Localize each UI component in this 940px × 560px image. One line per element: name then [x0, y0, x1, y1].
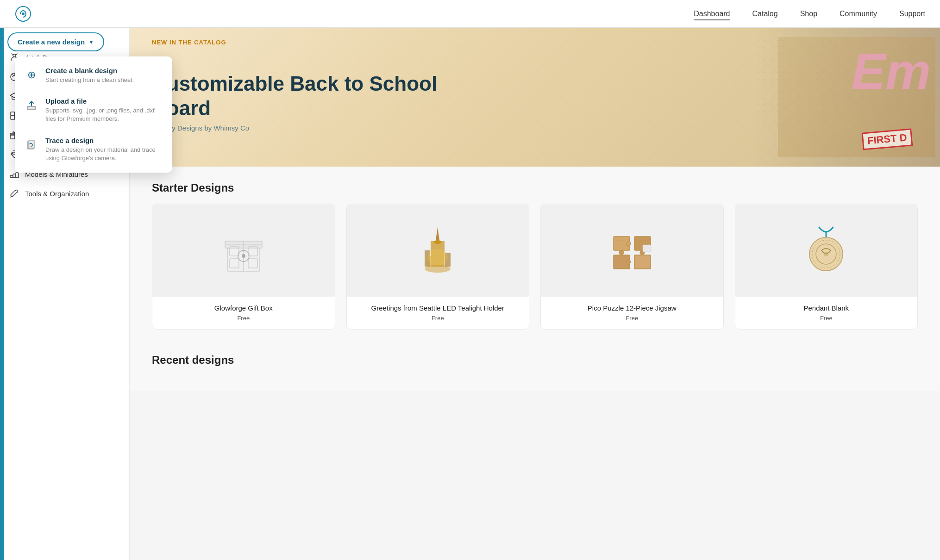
hero-tag: NEW IN THE CATALOG [152, 39, 226, 46]
svg-line-7 [13, 74, 13, 75]
create-button-area: Create a new design ▼ ⊕ Create a blank d… [7, 32, 104, 51]
gift-box-image [152, 204, 335, 297]
seattle-price: Free [354, 315, 522, 322]
hero-letters: Em [852, 42, 931, 100]
upload-icon [24, 98, 39, 113]
dropdown-item-upload[interactable]: Upload a file Supports .svg, .jpg, or .p… [15, 91, 172, 130]
svg-point-36 [434, 240, 441, 244]
nav-support[interactable]: Support [899, 10, 925, 19]
design-cards-list: Glowforge Gift Box Free [152, 204, 918, 330]
trace-design-title: Trace a design [45, 137, 163, 144]
svg-rect-20 [13, 174, 16, 178]
seattle-body: Greetings from Seattle LED Tealight Hold… [347, 297, 529, 329]
logo[interactable] [15, 6, 31, 22]
puzzle-price: Free [548, 315, 716, 322]
svg-point-40 [427, 249, 448, 266]
content-area: NEW IN THE CATALOG Customizable Back to … [130, 28, 940, 560]
nav-catalog[interactable]: Catalog [752, 10, 778, 19]
dropdown-item-trace[interactable]: Trace a design Draw a design on your mat… [15, 130, 172, 169]
svg-point-55 [824, 252, 828, 256]
nav-community[interactable]: Community [840, 10, 877, 19]
svg-point-1 [22, 12, 25, 15]
pendant-name: Pendant Blank [743, 304, 910, 312]
trace-design-desc: Draw a design on your material and trace… [45, 146, 163, 162]
hero-subtitle: Free by Designs by Whimsy Co [152, 124, 476, 132]
nav-dashboard[interactable]: Dashboard [694, 10, 730, 20]
recent-designs-title: Recent designs [152, 354, 918, 367]
create-button-label: Create a new design [18, 38, 85, 46]
hero-title: Customizable Back to School Board [152, 72, 476, 121]
top-navigation: Dashboard Catalog Shop Community Support [0, 0, 940, 28]
svg-rect-49 [643, 245, 651, 252]
tools-icon [9, 188, 19, 199]
create-new-design-button[interactable]: Create a new design ▼ [7, 32, 104, 51]
puzzle-body: Pico Puzzle 12-Piece Jigsaw Free [541, 297, 723, 329]
blank-design-desc: Start creating from a clean sheet. [45, 76, 163, 84]
dropdown-item-blank[interactable]: ⊕ Create a blank design Start creating f… [15, 60, 172, 91]
svg-rect-2 [27, 106, 36, 110]
svg-rect-21 [16, 173, 19, 178]
gift-box-price: Free [160, 315, 327, 322]
design-card-puzzle[interactable]: Pico Puzzle 12-Piece Jigsaw Free [540, 204, 724, 330]
sidebar-item-tools[interactable]: Tools & Organization [0, 184, 129, 203]
trace-icon [24, 137, 39, 152]
nav-shop[interactable]: Shop [800, 10, 817, 19]
starter-designs-section: Starter Designs [130, 167, 940, 344]
puzzle-name: Pico Puzzle 12-Piece Jigsaw [548, 304, 716, 312]
pendant-body: Pendant Blank Free [735, 297, 918, 329]
sidebar-label-tools: Tools & Organization [25, 190, 89, 198]
pendant-price: Free [743, 315, 910, 322]
left-strip [0, 28, 4, 560]
upload-file-title: Upload a file [45, 97, 163, 105]
upload-file-desc: Supports .svg, .jpg, or .png files, and … [45, 106, 163, 123]
circle-plus-icon: ⊕ [24, 68, 39, 82]
svg-point-45 [626, 241, 631, 246]
nav-links: Dashboard Catalog Shop Community Support [694, 10, 925, 18]
hero-image-decor: Em FIRST D [755, 28, 940, 167]
create-dropdown-menu: ⊕ Create a blank design Start creating f… [15, 56, 172, 173]
svg-point-46 [626, 260, 631, 264]
hero-text: NEW IN THE CATALOG Customizable Back to … [152, 62, 476, 132]
design-card-pendant[interactable]: Pendant Blank Free [735, 204, 918, 330]
seattle-image [347, 204, 529, 297]
svg-point-5 [13, 54, 16, 57]
gift-box-body: Glowforge Gift Box Free [152, 297, 335, 329]
svg-rect-4 [28, 141, 35, 148]
puzzle-image [541, 204, 723, 297]
gift-box-name: Glowforge Gift Box [160, 304, 327, 312]
starter-designs-title: Starter Designs [152, 181, 918, 194]
svg-point-47 [619, 250, 624, 255]
svg-point-28 [242, 254, 245, 258]
design-card-seattle[interactable]: Greetings from Seattle LED Tealight Hold… [346, 204, 530, 330]
blank-design-title: Create a blank design [45, 67, 163, 75]
pendant-image [735, 204, 918, 297]
svg-rect-11 [11, 112, 14, 116]
svg-rect-13 [11, 116, 14, 119]
chevron-down-icon: ▼ [88, 39, 94, 45]
design-card-gift-box[interactable]: Glowforge Gift Box Free [152, 204, 335, 330]
svg-rect-44 [634, 255, 651, 269]
hero-banner: NEW IN THE CATALOG Customizable Back to … [130, 28, 940, 167]
recent-designs-section: Recent designs [130, 344, 940, 391]
seattle-name: Greetings from Seattle LED Tealight Hold… [354, 304, 522, 312]
